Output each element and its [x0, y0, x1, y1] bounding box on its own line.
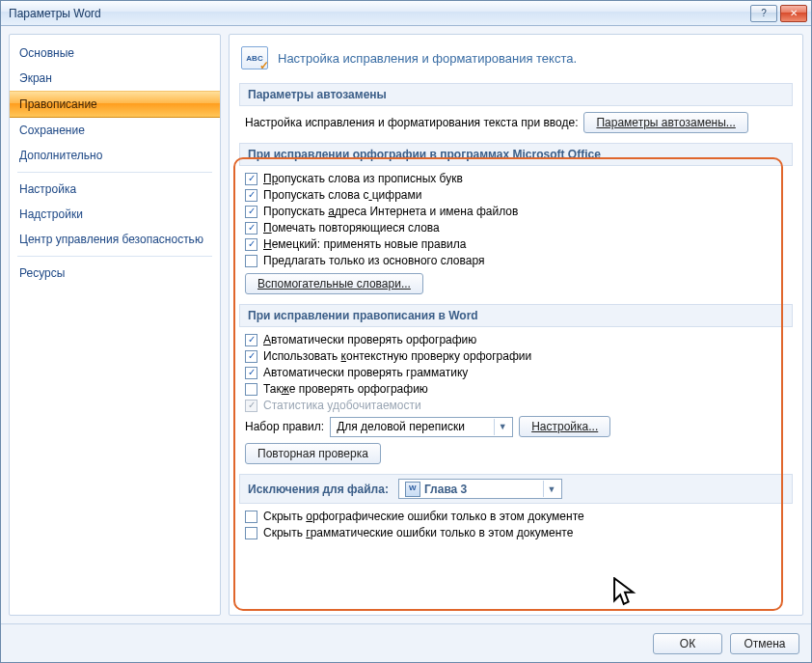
word-document-icon — [405, 482, 420, 497]
spo-label-1: Пропускать слова с цифрами — [263, 188, 422, 202]
page-title: Настройка исправления и форматирования т… — [278, 51, 577, 66]
ruleset-value: Для деловой переписки — [337, 420, 490, 433]
exc-checkbox-1[interactable] — [245, 527, 257, 539]
sidebar-separator — [17, 256, 212, 257]
titlebar: Параметры Word ? ✕ — [1, 1, 811, 26]
cancel-button[interactable]: Отмена — [730, 633, 799, 654]
spw-label-1: Использовать контекстную проверку орфогр… — [263, 349, 531, 363]
sidebar-item-6[interactable]: Надстройки — [10, 202, 220, 227]
dialog-footer: ОК Отмена — [1, 623, 811, 662]
help-button[interactable]: ? — [750, 5, 777, 22]
spw-row-4: ✓Статистика удобочитаемости — [245, 399, 793, 412]
spw-label-2: Автоматически проверять грамматику — [263, 366, 468, 379]
sidebar-item-5[interactable]: Настройка — [10, 177, 220, 202]
spo-row-0: ✓Пропускать слова из прописных букв — [245, 172, 793, 185]
exceptions-file-dropdown[interactable]: Глава 3 ▼ — [398, 479, 562, 499]
spo-checkbox-1[interactable]: ✓ — [245, 189, 257, 202]
ruleset-dropdown[interactable]: Для деловой переписки ▼ — [330, 417, 513, 437]
sidebar-separator — [17, 172, 212, 173]
sidebar-item-1[interactable]: Экран — [10, 66, 220, 91]
sidebar-item-8[interactable]: Ресурсы — [10, 261, 220, 286]
section-exceptions: Исключения для файла: Глава 3 ▼ — [239, 474, 793, 504]
exceptions-label: Исключения для файла: — [248, 483, 389, 496]
spo-label-4: Немецкий: применять новые правила — [263, 237, 466, 251]
mouse-cursor-icon — [611, 577, 638, 610]
autocorrect-row: Настройка исправления и форматирования т… — [245, 112, 793, 133]
ok-button[interactable]: ОК — [653, 633, 722, 654]
spw-checkbox-2[interactable]: ✓ — [245, 367, 257, 379]
sidebar: ОсновныеЭкранПравописаниеСохранениеДопол… — [9, 34, 221, 616]
spo-row-4: ✓Немецкий: применять новые правила — [245, 237, 793, 251]
exceptions-file-value: Глава 3 — [424, 483, 539, 496]
spo-label-5: Предлагать только из основного словаря — [263, 254, 484, 267]
spo-label-2: Пропускать адреса Интернета и имена файл… — [263, 205, 518, 218]
spo-row-2: ✓Пропускать адреса Интернета и имена фай… — [245, 205, 793, 218]
spo-row-3: ✓Помечать повторяющиеся слова — [245, 221, 793, 235]
sidebar-item-0[interactable]: Основные — [10, 41, 220, 66]
spw-label-3: Также проверять орфографию — [263, 382, 428, 396]
spw-label-0: Автоматически проверять орфографию — [263, 333, 476, 346]
ruleset-row: Набор правил: Для деловой переписки ▼ На… — [245, 416, 793, 437]
spellcheck-icon: ABC — [241, 46, 268, 69]
spw-row-3: Также проверять орфографию — [245, 382, 793, 396]
spw-checkbox-1[interactable]: ✓ — [245, 350, 257, 363]
custom-dictionaries-button[interactable]: Вспомогательные словари... — [245, 273, 423, 294]
ruleset-label: Набор правил: — [245, 420, 324, 433]
spo-checkbox-3[interactable]: ✓ — [245, 222, 257, 235]
chevron-down-icon: ▼ — [494, 419, 510, 435]
window-title: Параметры Word — [9, 7, 747, 20]
spo-checkbox-5[interactable] — [245, 255, 257, 267]
section-spelling-word: При исправлении правописания в Word — [239, 304, 793, 327]
spw-row-0: ✓Автоматически проверять орфографию — [245, 333, 793, 346]
spo-label-3: Помечать повторяющиеся слова — [263, 221, 440, 235]
exc-row-1: Скрыть грамматические ошибки только в эт… — [245, 526, 793, 539]
sidebar-item-3[interactable]: Сохранение — [10, 118, 220, 143]
sidebar-item-2[interactable]: Правописание — [10, 91, 220, 118]
ruleset-settings-button[interactable]: Настройка... — [519, 416, 610, 437]
spw-checkbox-4: ✓ — [245, 400, 257, 412]
exc-label-1: Скрыть грамматические ошибки только в эт… — [263, 526, 573, 539]
section-spelling-office: При исправлении орфографии в программах … — [239, 143, 793, 166]
spo-checkbox-0[interactable]: ✓ — [245, 173, 257, 185]
spw-label-4: Статистика удобочитаемости — [263, 399, 421, 412]
exc-checkbox-0[interactable] — [245, 511, 257, 523]
section-autocorrect: Параметры автозамены — [239, 83, 793, 106]
recheck-button[interactable]: Повторная проверка — [245, 443, 381, 464]
spo-row-5: Предлагать только из основного словаря — [245, 254, 793, 267]
spo-checkbox-2[interactable]: ✓ — [245, 206, 257, 218]
exc-label-0: Скрыть орфографические ошибки только в э… — [263, 510, 584, 523]
spo-row-1: ✓Пропускать слова с цифрами — [245, 188, 793, 202]
spw-checkbox-3[interactable] — [245, 383, 257, 396]
spw-row-1: ✓Использовать контекстную проверку орфог… — [245, 349, 793, 363]
chevron-down-icon: ▼ — [543, 481, 559, 497]
spw-checkbox-0[interactable]: ✓ — [245, 334, 257, 346]
exc-row-0: Скрыть орфографические ошибки только в э… — [245, 510, 793, 523]
sidebar-item-4[interactable]: Дополнительно — [10, 143, 220, 168]
close-button[interactable]: ✕ — [780, 5, 807, 22]
autocorrect-options-button[interactable]: Параметры автозамены... — [583, 112, 747, 133]
spo-checkbox-4[interactable]: ✓ — [245, 238, 257, 251]
autocorrect-desc: Настройка исправления и форматирования т… — [245, 116, 578, 129]
content-pane: ABC Настройка исправления и форматирован… — [229, 34, 803, 616]
spo-label-0: Пропускать слова из прописных букв — [263, 172, 463, 185]
spw-row-2: ✓Автоматически проверять грамматику — [245, 366, 793, 379]
sidebar-item-7[interactable]: Центр управления безопасностью — [10, 227, 220, 252]
page-header: ABC Настройка исправления и форматирован… — [239, 42, 793, 79]
